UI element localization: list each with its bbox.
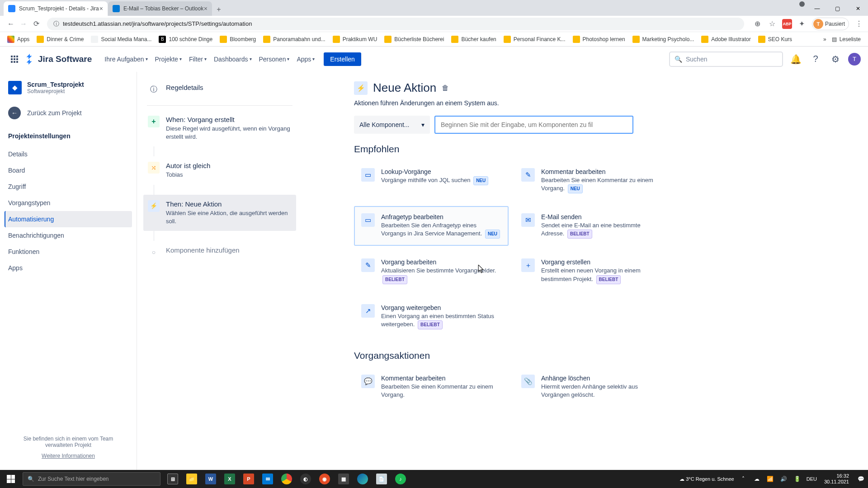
- bookmark-item[interactable]: Praktikum WU: [330, 34, 380, 45]
- mail-icon[interactable]: ✉: [258, 470, 277, 488]
- action-card[interactable]: ▭Lookup-VorgängeVorgänge mithilfe von JQ…: [354, 161, 509, 201]
- nav-projects[interactable]: Projekte▾: [151, 53, 185, 66]
- forward-button[interactable]: →: [17, 18, 30, 30]
- app-icon[interactable]: ◐: [296, 470, 315, 488]
- address-bar[interactable]: ⓘ testdeutsch1.atlassian.net/jira/softwa…: [47, 18, 744, 30]
- action-card[interactable]: ✎Kommentar bearbeitenBearbeiten Sie eine…: [514, 161, 669, 201]
- action-card[interactable]: ▭Anfragetyp bearbeitenBearbeiten Sie den…: [354, 206, 509, 246]
- tray-chevron-icon[interactable]: ˄: [739, 476, 748, 482]
- rule-trigger-step[interactable]: + When: Vorgang erstellt Diese Regel wir…: [143, 110, 296, 146]
- taskbar-search[interactable]: 🔍 Zur Suche Text hier eingeben: [23, 472, 160, 486]
- bookmark-item[interactable]: Dinner & Crime: [34, 34, 86, 45]
- bookmark-item[interactable]: Social Media Mana...: [88, 34, 154, 45]
- sidebar-item-features[interactable]: Funktionen: [5, 244, 132, 260]
- add-component-step[interactable]: ○ Komponente hinzufügen: [143, 241, 296, 263]
- close-window-button[interactable]: ✕: [848, 1, 868, 16]
- search-input[interactable]: 🔍 Suchen: [669, 52, 783, 67]
- sidebar-item-automation[interactable]: Automatisierung: [5, 211, 132, 227]
- nav-filters[interactable]: Filter▾: [185, 53, 210, 66]
- nav-dashboards[interactable]: Dashboards▾: [210, 53, 255, 66]
- excel-icon[interactable]: X: [220, 470, 239, 488]
- bookmark-item[interactable]: Marketing Psycholo...: [630, 34, 697, 45]
- site-info-icon[interactable]: ⓘ: [53, 20, 59, 28]
- weather-widget[interactable]: ☁ 3°C Regen u. Schnee: [679, 476, 734, 482]
- language-indicator[interactable]: DEU: [807, 476, 817, 482]
- browser-tab-active[interactable]: Scrum_Testprojekt - Details - Jira ×: [4, 1, 108, 16]
- browser-tab-inactive[interactable]: E-Mail – Tobias Becker – Outlook ×: [108, 1, 212, 16]
- nav-your-work[interactable]: Ihre Aufgaben▾: [101, 53, 151, 66]
- extensions-icon[interactable]: ✦: [797, 19, 807, 28]
- bookmark-item[interactable]: Panoramabahn und...: [260, 34, 328, 45]
- maximize-button[interactable]: ▢: [827, 1, 848, 16]
- task-view-icon[interactable]: ⊞: [163, 470, 182, 488]
- action-card[interactable]: ✎Vorgang bearbeitenAktualisieren Sie bes…: [354, 251, 509, 291]
- bookmark-item[interactable]: Personal Finance K...: [501, 34, 568, 45]
- menu-icon[interactable]: ⋮: [854, 19, 863, 28]
- apps-button[interactable]: Apps: [5, 34, 32, 45]
- onedrive-icon[interactable]: ☁: [752, 476, 761, 482]
- app-icon[interactable]: ▦: [334, 470, 353, 488]
- action-card[interactable]: 📎Anhänge löschenHiermit werden Anhänge s…: [514, 367, 669, 406]
- rule-action-step[interactable]: ⚡ Then: Neue Aktion Wählen Sie eine Akti…: [143, 195, 296, 231]
- minimize-button[interactable]: —: [807, 1, 827, 16]
- back-to-project[interactable]: ← Zurück zum Projekt: [5, 103, 132, 123]
- reload-button[interactable]: ⟳: [30, 18, 42, 30]
- app-icon[interactable]: ◉: [315, 470, 334, 488]
- rule-condition-step[interactable]: ⤭ Autor ist gleich Tobias: [143, 156, 296, 184]
- start-button[interactable]: [0, 470, 22, 488]
- delete-icon[interactable]: 🗑: [442, 84, 449, 92]
- abp-extension-icon[interactable]: ABP: [782, 19, 792, 29]
- nav-people[interactable]: Personen▾: [255, 53, 293, 66]
- action-card[interactable]: ✉E-Mail sendenSendet eine E-Mail an eine…: [514, 206, 669, 246]
- sidebar-item-details[interactable]: Details: [5, 146, 132, 162]
- zoom-icon[interactable]: ⊕: [753, 19, 762, 28]
- user-avatar[interactable]: T: [848, 53, 861, 66]
- notepad-icon[interactable]: 📄: [372, 470, 391, 488]
- sidebar-item-board[interactable]: Board: [5, 162, 132, 178]
- close-icon[interactable]: ×: [99, 5, 103, 12]
- profile-button[interactable]: T Pausiert: [812, 18, 849, 30]
- reading-list-button[interactable]: ▤Leseliste: [829, 34, 863, 44]
- volume-icon[interactable]: 🔊: [779, 476, 788, 482]
- battery-icon[interactable]: 🔋: [793, 476, 802, 482]
- chrome-account-dot[interactable]: [799, 1, 805, 7]
- clock[interactable]: 16:32 30.11.2021: [821, 473, 852, 485]
- action-card[interactable]: ＋Vorgang erstellenErstellt einen neuen V…: [514, 251, 669, 291]
- bookmark-item[interactable]: Adobe Illustrator: [698, 34, 753, 45]
- word-icon[interactable]: W: [201, 470, 220, 488]
- edge-icon[interactable]: [353, 470, 372, 488]
- bookmarks-overflow[interactable]: »: [823, 36, 826, 42]
- component-filter-dropdown[interactable]: Alle Komponent... ▾: [354, 116, 430, 134]
- rule-details-step[interactable]: ⓘ Regeldetails: [143, 78, 296, 101]
- notification-center-icon[interactable]: 💬: [856, 476, 865, 482]
- star-icon[interactable]: ☆: [768, 19, 777, 28]
- settings-icon[interactable]: ⚙: [828, 52, 843, 66]
- close-icon[interactable]: ×: [204, 5, 208, 12]
- bookmark-item[interactable]: Bloomberg: [217, 34, 259, 45]
- bookmark-item[interactable]: Bücher kaufen: [448, 34, 499, 45]
- project-header[interactable]: ◆ Scrum_Testprojekt Softwareprojekt: [5, 78, 132, 97]
- bookmark-item[interactable]: Photoshop lernen: [570, 34, 628, 45]
- new-tab-button[interactable]: +: [212, 3, 225, 16]
- jira-logo[interactable]: Jira Software: [24, 54, 92, 65]
- sidebar-item-access[interactable]: Zugriff: [5, 178, 132, 195]
- action-card[interactable]: ↗Vorgang weitergebenEinen Vorgang an ein…: [354, 297, 509, 337]
- chrome-icon[interactable]: [277, 470, 296, 488]
- bookmark-item[interactable]: Bücherliste Bücherei: [382, 34, 447, 45]
- component-search-input[interactable]: [434, 116, 633, 134]
- sidebar-item-issuetypes[interactable]: Vorgangstypen: [5, 195, 132, 211]
- sidebar-item-notifications[interactable]: Benachrichtigungen: [5, 227, 132, 244]
- create-button[interactable]: Erstellen: [324, 52, 361, 66]
- action-card[interactable]: 💬Kommentar bearbeitenBearbeiten Sie eine…: [354, 367, 509, 406]
- sidebar-footer-link[interactable]: Weitere Informationen: [9, 453, 127, 459]
- sidebar-item-apps[interactable]: Apps: [5, 260, 132, 276]
- powerpoint-icon[interactable]: P: [239, 470, 258, 488]
- app-switcher-icon[interactable]: [7, 52, 22, 66]
- bookmark-item[interactable]: B100 schöne Dinge: [156, 34, 215, 45]
- nav-apps[interactable]: Apps▾: [293, 53, 318, 66]
- spotify-icon[interactable]: ♪: [391, 470, 410, 488]
- help-icon[interactable]: ?: [808, 52, 823, 66]
- notifications-icon[interactable]: 🔔: [788, 52, 803, 66]
- wifi-icon[interactable]: 📶: [766, 476, 775, 482]
- back-button[interactable]: ←: [5, 18, 17, 30]
